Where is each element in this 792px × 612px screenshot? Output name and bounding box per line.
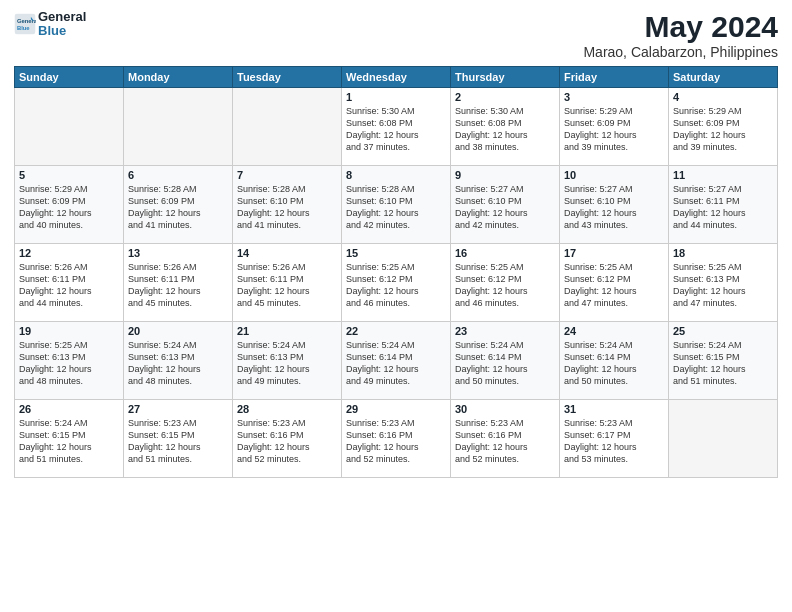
cell-details: Sunrise: 5:23 AM Sunset: 6:15 PM Dayligh… — [128, 417, 228, 466]
calendar-cell: 12Sunrise: 5:26 AM Sunset: 6:11 PM Dayli… — [15, 244, 124, 322]
day-number: 25 — [673, 325, 773, 337]
cell-details: Sunrise: 5:30 AM Sunset: 6:08 PM Dayligh… — [346, 105, 446, 154]
cell-details: Sunrise: 5:26 AM Sunset: 6:11 PM Dayligh… — [19, 261, 119, 310]
cell-details: Sunrise: 5:28 AM Sunset: 6:10 PM Dayligh… — [237, 183, 337, 232]
day-number: 31 — [564, 403, 664, 415]
cell-details: Sunrise: 5:27 AM Sunset: 6:10 PM Dayligh… — [564, 183, 664, 232]
calendar-cell: 17Sunrise: 5:25 AM Sunset: 6:12 PM Dayli… — [560, 244, 669, 322]
calendar-header: SundayMondayTuesdayWednesdayThursdayFrid… — [15, 67, 778, 88]
day-number: 11 — [673, 169, 773, 181]
day-number: 6 — [128, 169, 228, 181]
day-number: 2 — [455, 91, 555, 103]
weekday-header: Thursday — [451, 67, 560, 88]
day-number: 5 — [19, 169, 119, 181]
calendar-cell: 28Sunrise: 5:23 AM Sunset: 6:16 PM Dayli… — [233, 400, 342, 478]
location: Marao, Calabarzon, Philippines — [583, 44, 778, 60]
day-number: 7 — [237, 169, 337, 181]
logo-wordmark: General Blue — [38, 10, 86, 39]
calendar-cell — [124, 88, 233, 166]
day-number: 15 — [346, 247, 446, 259]
calendar-cell: 18Sunrise: 5:25 AM Sunset: 6:13 PM Dayli… — [669, 244, 778, 322]
day-number: 13 — [128, 247, 228, 259]
cell-details: Sunrise: 5:28 AM Sunset: 6:09 PM Dayligh… — [128, 183, 228, 232]
day-number: 17 — [564, 247, 664, 259]
day-number: 29 — [346, 403, 446, 415]
day-number: 14 — [237, 247, 337, 259]
calendar-body: 1Sunrise: 5:30 AM Sunset: 6:08 PM Daylig… — [15, 88, 778, 478]
weekday-header: Wednesday — [342, 67, 451, 88]
cell-details: Sunrise: 5:26 AM Sunset: 6:11 PM Dayligh… — [237, 261, 337, 310]
calendar-cell: 6Sunrise: 5:28 AM Sunset: 6:09 PM Daylig… — [124, 166, 233, 244]
calendar-cell: 22Sunrise: 5:24 AM Sunset: 6:14 PM Dayli… — [342, 322, 451, 400]
header-row: SundayMondayTuesdayWednesdayThursdayFrid… — [15, 67, 778, 88]
cell-details: Sunrise: 5:24 AM Sunset: 6:13 PM Dayligh… — [237, 339, 337, 388]
day-number: 26 — [19, 403, 119, 415]
cell-details: Sunrise: 5:24 AM Sunset: 6:13 PM Dayligh… — [128, 339, 228, 388]
calendar-cell: 21Sunrise: 5:24 AM Sunset: 6:13 PM Dayli… — [233, 322, 342, 400]
cell-details: Sunrise: 5:24 AM Sunset: 6:14 PM Dayligh… — [455, 339, 555, 388]
calendar-cell: 7Sunrise: 5:28 AM Sunset: 6:10 PM Daylig… — [233, 166, 342, 244]
logo-general: General — [38, 10, 86, 24]
day-number: 9 — [455, 169, 555, 181]
cell-details: Sunrise: 5:24 AM Sunset: 6:15 PM Dayligh… — [19, 417, 119, 466]
calendar-week-row: 5Sunrise: 5:29 AM Sunset: 6:09 PM Daylig… — [15, 166, 778, 244]
calendar-cell — [15, 88, 124, 166]
cell-details: Sunrise: 5:29 AM Sunset: 6:09 PM Dayligh… — [564, 105, 664, 154]
svg-text:Blue: Blue — [17, 25, 30, 31]
day-number: 22 — [346, 325, 446, 337]
day-number: 27 — [128, 403, 228, 415]
calendar-cell: 20Sunrise: 5:24 AM Sunset: 6:13 PM Dayli… — [124, 322, 233, 400]
cell-details: Sunrise: 5:24 AM Sunset: 6:14 PM Dayligh… — [564, 339, 664, 388]
calendar-cell: 11Sunrise: 5:27 AM Sunset: 6:11 PM Dayli… — [669, 166, 778, 244]
calendar-cell: 2Sunrise: 5:30 AM Sunset: 6:08 PM Daylig… — [451, 88, 560, 166]
logo-blue: Blue — [38, 24, 86, 38]
logo-icon: General Blue — [14, 13, 36, 35]
calendar-cell — [669, 400, 778, 478]
calendar-cell: 31Sunrise: 5:23 AM Sunset: 6:17 PM Dayli… — [560, 400, 669, 478]
calendar-cell: 14Sunrise: 5:26 AM Sunset: 6:11 PM Dayli… — [233, 244, 342, 322]
cell-details: Sunrise: 5:25 AM Sunset: 6:12 PM Dayligh… — [564, 261, 664, 310]
cell-details: Sunrise: 5:25 AM Sunset: 6:12 PM Dayligh… — [346, 261, 446, 310]
cell-details: Sunrise: 5:24 AM Sunset: 6:15 PM Dayligh… — [673, 339, 773, 388]
day-number: 4 — [673, 91, 773, 103]
calendar-week-row: 26Sunrise: 5:24 AM Sunset: 6:15 PM Dayli… — [15, 400, 778, 478]
day-number: 28 — [237, 403, 337, 415]
calendar-cell: 24Sunrise: 5:24 AM Sunset: 6:14 PM Dayli… — [560, 322, 669, 400]
calendar-cell: 16Sunrise: 5:25 AM Sunset: 6:12 PM Dayli… — [451, 244, 560, 322]
day-number: 24 — [564, 325, 664, 337]
day-number: 1 — [346, 91, 446, 103]
calendar-week-row: 12Sunrise: 5:26 AM Sunset: 6:11 PM Dayli… — [15, 244, 778, 322]
calendar-cell: 10Sunrise: 5:27 AM Sunset: 6:10 PM Dayli… — [560, 166, 669, 244]
day-number: 19 — [19, 325, 119, 337]
cell-details: Sunrise: 5:27 AM Sunset: 6:11 PM Dayligh… — [673, 183, 773, 232]
cell-details: Sunrise: 5:25 AM Sunset: 6:13 PM Dayligh… — [19, 339, 119, 388]
calendar-cell: 19Sunrise: 5:25 AM Sunset: 6:13 PM Dayli… — [15, 322, 124, 400]
calendar-cell: 9Sunrise: 5:27 AM Sunset: 6:10 PM Daylig… — [451, 166, 560, 244]
calendar-cell: 4Sunrise: 5:29 AM Sunset: 6:09 PM Daylig… — [669, 88, 778, 166]
day-number: 3 — [564, 91, 664, 103]
month-title: May 2024 — [583, 10, 778, 44]
calendar-cell: 26Sunrise: 5:24 AM Sunset: 6:15 PM Dayli… — [15, 400, 124, 478]
cell-details: Sunrise: 5:23 AM Sunset: 6:16 PM Dayligh… — [237, 417, 337, 466]
logo: General Blue General Blue — [14, 10, 86, 39]
weekday-header: Tuesday — [233, 67, 342, 88]
calendar-cell: 29Sunrise: 5:23 AM Sunset: 6:16 PM Dayli… — [342, 400, 451, 478]
weekday-header: Friday — [560, 67, 669, 88]
calendar-cell — [233, 88, 342, 166]
calendar-cell: 13Sunrise: 5:26 AM Sunset: 6:11 PM Dayli… — [124, 244, 233, 322]
cell-details: Sunrise: 5:30 AM Sunset: 6:08 PM Dayligh… — [455, 105, 555, 154]
day-number: 30 — [455, 403, 555, 415]
weekday-header: Sunday — [15, 67, 124, 88]
cell-details: Sunrise: 5:26 AM Sunset: 6:11 PM Dayligh… — [128, 261, 228, 310]
cell-details: Sunrise: 5:25 AM Sunset: 6:12 PM Dayligh… — [455, 261, 555, 310]
calendar-week-row: 19Sunrise: 5:25 AM Sunset: 6:13 PM Dayli… — [15, 322, 778, 400]
cell-details: Sunrise: 5:25 AM Sunset: 6:13 PM Dayligh… — [673, 261, 773, 310]
cell-details: Sunrise: 5:23 AM Sunset: 6:16 PM Dayligh… — [346, 417, 446, 466]
weekday-header: Saturday — [669, 67, 778, 88]
cell-details: Sunrise: 5:23 AM Sunset: 6:17 PM Dayligh… — [564, 417, 664, 466]
calendar-cell: 15Sunrise: 5:25 AM Sunset: 6:12 PM Dayli… — [342, 244, 451, 322]
cell-details: Sunrise: 5:23 AM Sunset: 6:16 PM Dayligh… — [455, 417, 555, 466]
page: General Blue General Blue May 2024 Marao… — [0, 0, 792, 612]
calendar-cell: 30Sunrise: 5:23 AM Sunset: 6:16 PM Dayli… — [451, 400, 560, 478]
day-number: 23 — [455, 325, 555, 337]
